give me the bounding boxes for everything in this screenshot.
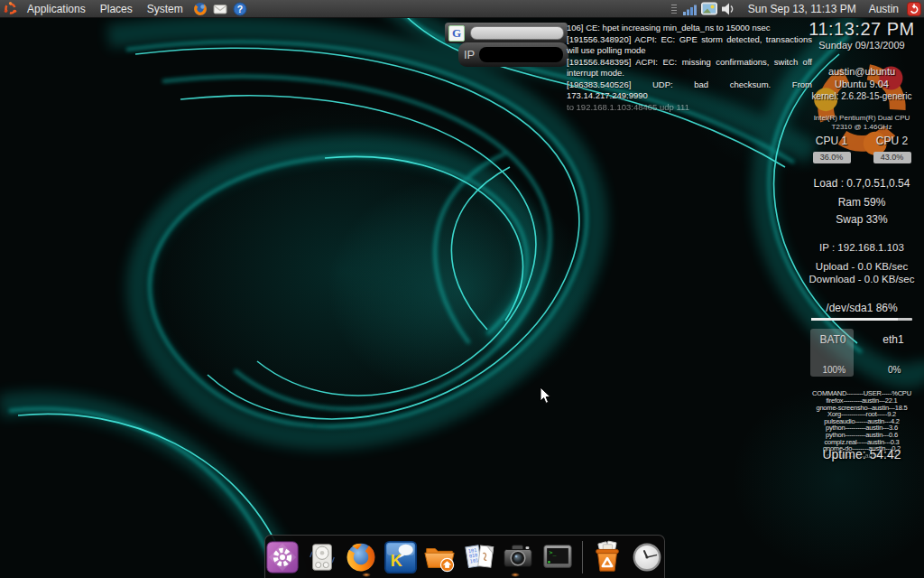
svg-text:?: ? <box>237 4 243 14</box>
firefox-icon[interactable] <box>344 539 379 575</box>
top-panel: Applications Places System ? <box>0 0 924 18</box>
cpu2-usage: 43.0% <box>873 152 911 163</box>
log-line: [191556.348920] ACPI: EC: GPE storm dete… <box>567 34 812 57</box>
log-line: to 192.168.1.103:48465 udp 111 <box>567 102 812 114</box>
log-line: 106] CE: hpet increasing min_delta_ns to… <box>567 23 812 34</box>
cpu1-usage: 36.0% <box>813 152 851 163</box>
conky-kernel: kernel: 2.6.28-15-generic <box>801 90 922 102</box>
log-line: [196383.540526] UDP: bad checksum. From … <box>567 79 812 102</box>
disk-usage-bar <box>811 318 912 321</box>
firefox-running-indicator <box>362 573 371 577</box>
dock-separator <box>582 541 583 573</box>
desktop[interactable]: Applications Places System ? <box>0 0 924 578</box>
mail-icon[interactable] <box>213 2 227 16</box>
terminal-icon[interactable]: >_ <box>541 539 576 575</box>
camera-running-indicator <box>511 573 520 577</box>
battery-gauge-box <box>810 329 854 377</box>
disk-usage: /dev/sda1 86% <box>801 302 922 314</box>
clock-icon[interactable] <box>629 539 664 575</box>
conky-os-version: Ubuntu 9.04 <box>801 78 922 90</box>
conky-date: Sunday 09/13/2009 <box>801 40 922 51</box>
signal-strength-icon[interactable] <box>682 2 698 16</box>
svg-text:K: K <box>391 551 402 569</box>
conky-host: austin@ubuntu <box>801 65 922 78</box>
volume-icon[interactable] <box>721 2 735 16</box>
cpu1-label: CPU 1 <box>816 135 847 147</box>
log-line: [191556.848395] ACPI: EC: missing confir… <box>567 57 812 79</box>
speaker-icon[interactable] <box>305 539 340 575</box>
swap-usage: Swap 33% <box>801 213 922 226</box>
system-monitor-applet[interactable] <box>670 2 679 16</box>
ip-address: IP : 192.168.1.103 <box>801 242 922 253</box>
menu-places[interactable]: Places <box>93 0 140 17</box>
trash-icon[interactable] <box>590 539 625 575</box>
help-icon[interactable]: ? <box>233 2 247 16</box>
photo-applet-icon[interactable] <box>701 2 717 15</box>
menu-applications-label: Applications <box>27 3 86 15</box>
cpu-model-line1: Intel(R) Pentium(R) Dual CPU <box>801 114 922 123</box>
mouse-cursor <box>540 387 552 405</box>
google-search-widget: G <box>445 23 568 43</box>
camera-icon[interactable] <box>501 539 536 575</box>
ip-label: IP <box>464 48 475 61</box>
conky-time: 11:13:27 PM <box>801 18 922 40</box>
eth-label: eth1 <box>882 333 903 346</box>
kopete-icon[interactable]: K <box>383 539 419 575</box>
dock: K 101 010 101 <box>264 535 665 578</box>
google-logo: G <box>448 25 465 42</box>
upload-speed: Upload - 0.0 KB/sec <box>801 261 922 272</box>
ubuntu-logo-icon[interactable] <box>3 2 17 16</box>
menu-system-label: System <box>147 3 183 15</box>
cpu2-label: CPU 2 <box>876 135 908 147</box>
menu-places-label: Places <box>100 3 133 15</box>
ip-widget: IP <box>458 42 568 67</box>
svg-text:>_: >_ <box>549 549 556 556</box>
firefox-launcher-icon[interactable] <box>193 2 208 16</box>
panel-clock[interactable]: Sun Sep 13, 11:13 PM <box>741 3 864 15</box>
ram-usage: Ram 59% <box>801 196 922 209</box>
conky-system-monitor: 11:13:27 PM Sunday 09/13/2009 austin@ubu… <box>801 18 922 461</box>
download-speed: Download - 0.0 KB/sec <box>801 274 922 284</box>
load-average: Load : 0.7,0.51,0.54 <box>801 177 922 190</box>
menu-applications[interactable]: Applications <box>20 0 93 17</box>
power-button[interactable] <box>907 2 921 16</box>
system-tray <box>670 2 735 16</box>
search-input[interactable] <box>470 26 564 40</box>
uptime: Uptime: 54:42 <box>801 447 922 461</box>
menu-system[interactable]: System <box>140 0 190 17</box>
binary-document-icon[interactable]: 101 010 101 <box>462 539 497 575</box>
ip-redacted-value <box>479 47 563 62</box>
cpu-model-line2: T2310 @ 1.46GHz <box>801 123 922 132</box>
kernel-log-overlay: 106] CE: hpet increasing min_delta_ns to… <box>567 23 812 113</box>
home-folder-icon[interactable] <box>422 539 457 575</box>
eth-value: 0% <box>888 365 901 375</box>
user-switcher[interactable]: Austin <box>864 3 904 15</box>
gnome-do-icon[interactable] <box>265 539 300 575</box>
